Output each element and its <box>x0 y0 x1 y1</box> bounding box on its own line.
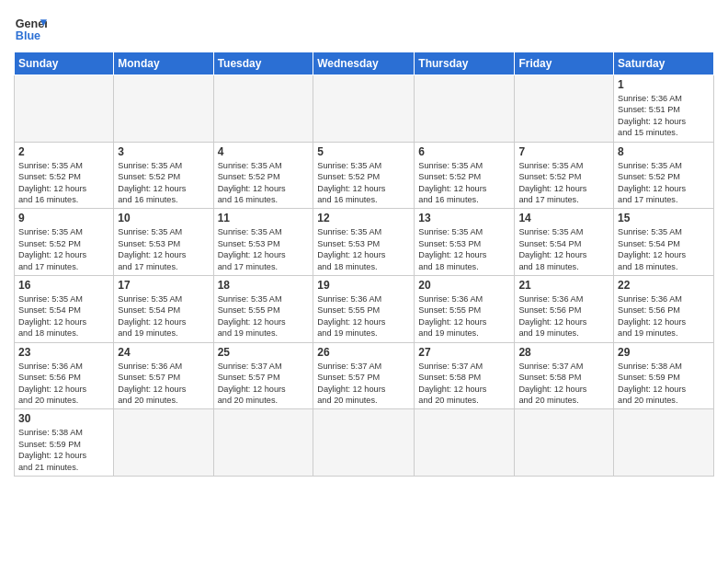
day-info: Sunrise: 5:35 AM Sunset: 5:52 PM Dayligh… <box>218 160 310 206</box>
day-info: Sunrise: 5:36 AM Sunset: 5:55 PM Dayligh… <box>317 293 410 339</box>
calendar-cell: 23Sunrise: 5:36 AM Sunset: 5:56 PM Dayli… <box>15 342 114 409</box>
calendar-cell: 7Sunrise: 5:35 AM Sunset: 5:52 PM Daylig… <box>515 142 614 209</box>
logo: General Blue <box>14 13 47 46</box>
calendar-week-5: 30Sunrise: 5:38 AM Sunset: 5:59 PM Dayli… <box>15 409 714 477</box>
day-number: 24 <box>118 346 209 359</box>
day-info: Sunrise: 5:35 AM Sunset: 5:52 PM Dayligh… <box>518 160 609 206</box>
calendar-header-friday: Friday <box>515 52 614 75</box>
day-number: 10 <box>118 212 209 224</box>
svg-text:Blue: Blue <box>16 29 40 42</box>
calendar-week-0: 1Sunrise: 5:36 AM Sunset: 5:51 PM Daylig… <box>15 75 714 143</box>
day-number: 23 <box>18 346 109 359</box>
day-number: 8 <box>618 145 710 158</box>
day-info: Sunrise: 5:35 AM Sunset: 5:52 PM Dayligh… <box>18 226 109 272</box>
calendar-cell <box>114 75 213 143</box>
day-number: 1 <box>618 78 710 91</box>
calendar-cell: 19Sunrise: 5:36 AM Sunset: 5:55 PM Dayli… <box>313 276 415 343</box>
day-info: Sunrise: 5:35 AM Sunset: 5:52 PM Dayligh… <box>317 160 410 206</box>
calendar-cell: 30Sunrise: 5:38 AM Sunset: 5:59 PM Dayli… <box>15 409 114 477</box>
day-info: Sunrise: 5:36 AM Sunset: 5:57 PM Dayligh… <box>118 361 209 407</box>
calendar-cell: 21Sunrise: 5:36 AM Sunset: 5:56 PM Dayli… <box>515 276 614 343</box>
day-info: Sunrise: 5:35 AM Sunset: 5:52 PM Dayligh… <box>118 160 209 206</box>
calendar-cell: 9Sunrise: 5:35 AM Sunset: 5:52 PM Daylig… <box>15 209 114 276</box>
calendar-cell: 18Sunrise: 5:35 AM Sunset: 5:55 PM Dayli… <box>213 276 313 343</box>
day-info: Sunrise: 5:35 AM Sunset: 5:52 PM Dayligh… <box>18 160 109 206</box>
day-info: Sunrise: 5:37 AM Sunset: 5:58 PM Dayligh… <box>518 361 609 407</box>
calendar: SundayMondayTuesdayWednesdayThursdayFrid… <box>14 52 714 477</box>
day-info: Sunrise: 5:35 AM Sunset: 5:52 PM Dayligh… <box>418 160 510 206</box>
header: General Blue <box>14 9 714 46</box>
calendar-header-sunday: Sunday <box>15 52 114 75</box>
calendar-cell: 15Sunrise: 5:35 AM Sunset: 5:54 PM Dayli… <box>614 209 714 276</box>
calendar-week-2: 9Sunrise: 5:35 AM Sunset: 5:52 PM Daylig… <box>15 209 714 276</box>
calendar-cell: 22Sunrise: 5:36 AM Sunset: 5:56 PM Dayli… <box>614 276 714 343</box>
day-info: Sunrise: 5:35 AM Sunset: 5:53 PM Dayligh… <box>418 226 510 272</box>
calendar-cell: 14Sunrise: 5:35 AM Sunset: 5:54 PM Dayli… <box>515 209 614 276</box>
day-info: Sunrise: 5:36 AM Sunset: 5:56 PM Dayligh… <box>18 361 109 407</box>
day-info: Sunrise: 5:36 AM Sunset: 5:56 PM Dayligh… <box>618 293 710 339</box>
page: General Blue SundayMondayTuesdayWednesda… <box>0 0 728 563</box>
calendar-cell: 17Sunrise: 5:35 AM Sunset: 5:54 PM Dayli… <box>114 276 213 343</box>
day-number: 18 <box>218 279 310 292</box>
day-info: Sunrise: 5:37 AM Sunset: 5:57 PM Dayligh… <box>218 361 310 407</box>
logo-icon: General Blue <box>14 13 47 46</box>
day-info: Sunrise: 5:35 AM Sunset: 5:54 PM Dayligh… <box>618 226 710 272</box>
calendar-cell <box>15 75 114 143</box>
day-number: 14 <box>518 212 609 224</box>
calendar-week-3: 16Sunrise: 5:35 AM Sunset: 5:54 PM Dayli… <box>15 276 714 343</box>
calendar-week-1: 2Sunrise: 5:35 AM Sunset: 5:52 PM Daylig… <box>15 142 714 209</box>
day-number: 9 <box>18 212 109 224</box>
calendar-cell <box>313 409 415 477</box>
calendar-cell: 12Sunrise: 5:35 AM Sunset: 5:53 PM Dayli… <box>313 209 415 276</box>
calendar-cell <box>515 409 614 477</box>
day-number: 29 <box>618 346 710 359</box>
day-number: 22 <box>618 279 710 292</box>
day-info: Sunrise: 5:35 AM Sunset: 5:53 PM Dayligh… <box>218 226 310 272</box>
day-info: Sunrise: 5:36 AM Sunset: 5:51 PM Dayligh… <box>618 93 710 139</box>
calendar-cell <box>614 409 714 477</box>
day-info: Sunrise: 5:35 AM Sunset: 5:53 PM Dayligh… <box>118 226 209 272</box>
day-number: 13 <box>418 212 510 224</box>
day-number: 26 <box>317 346 410 359</box>
calendar-cell <box>114 409 213 477</box>
day-number: 17 <box>118 279 209 292</box>
calendar-cell: 1Sunrise: 5:36 AM Sunset: 5:51 PM Daylig… <box>614 75 714 143</box>
day-info: Sunrise: 5:38 AM Sunset: 5:59 PM Dayligh… <box>618 361 710 407</box>
calendar-header-thursday: Thursday <box>415 52 515 75</box>
day-info: Sunrise: 5:36 AM Sunset: 5:56 PM Dayligh… <box>518 293 609 339</box>
calendar-header-monday: Monday <box>114 52 213 75</box>
day-number: 21 <box>518 279 609 292</box>
day-info: Sunrise: 5:35 AM Sunset: 5:52 PM Dayligh… <box>618 160 710 206</box>
calendar-cell: 8Sunrise: 5:35 AM Sunset: 5:52 PM Daylig… <box>614 142 714 209</box>
day-number: 4 <box>218 145 310 158</box>
calendar-cell: 3Sunrise: 5:35 AM Sunset: 5:52 PM Daylig… <box>114 142 213 209</box>
calendar-week-4: 23Sunrise: 5:36 AM Sunset: 5:56 PM Dayli… <box>15 342 714 409</box>
calendar-cell <box>213 75 313 143</box>
calendar-cell: 6Sunrise: 5:35 AM Sunset: 5:52 PM Daylig… <box>415 142 515 209</box>
calendar-cell: 28Sunrise: 5:37 AM Sunset: 5:58 PM Dayli… <box>515 342 614 409</box>
day-number: 20 <box>418 279 510 292</box>
day-info: Sunrise: 5:38 AM Sunset: 5:59 PM Dayligh… <box>18 427 109 473</box>
calendar-cell: 13Sunrise: 5:35 AM Sunset: 5:53 PM Dayli… <box>415 209 515 276</box>
day-number: 19 <box>317 279 410 292</box>
day-number: 2 <box>18 145 109 158</box>
calendar-cell: 29Sunrise: 5:38 AM Sunset: 5:59 PM Dayli… <box>614 342 714 409</box>
day-number: 25 <box>218 346 310 359</box>
day-number: 12 <box>317 212 410 224</box>
calendar-header-wednesday: Wednesday <box>313 52 415 75</box>
day-info: Sunrise: 5:35 AM Sunset: 5:54 PM Dayligh… <box>18 293 109 339</box>
calendar-cell: 2Sunrise: 5:35 AM Sunset: 5:52 PM Daylig… <box>15 142 114 209</box>
calendar-cell <box>415 75 515 143</box>
day-info: Sunrise: 5:37 AM Sunset: 5:58 PM Dayligh… <box>418 361 510 407</box>
day-number: 27 <box>418 346 510 359</box>
day-number: 6 <box>418 145 510 158</box>
calendar-header-tuesday: Tuesday <box>213 52 313 75</box>
calendar-cell <box>515 75 614 143</box>
day-number: 16 <box>18 279 109 292</box>
day-info: Sunrise: 5:35 AM Sunset: 5:54 PM Dayligh… <box>118 293 209 339</box>
calendar-cell <box>313 75 415 143</box>
day-number: 15 <box>618 212 710 224</box>
calendar-cell: 16Sunrise: 5:35 AM Sunset: 5:54 PM Dayli… <box>15 276 114 343</box>
calendar-cell <box>213 409 313 477</box>
day-info: Sunrise: 5:36 AM Sunset: 5:55 PM Dayligh… <box>418 293 510 339</box>
